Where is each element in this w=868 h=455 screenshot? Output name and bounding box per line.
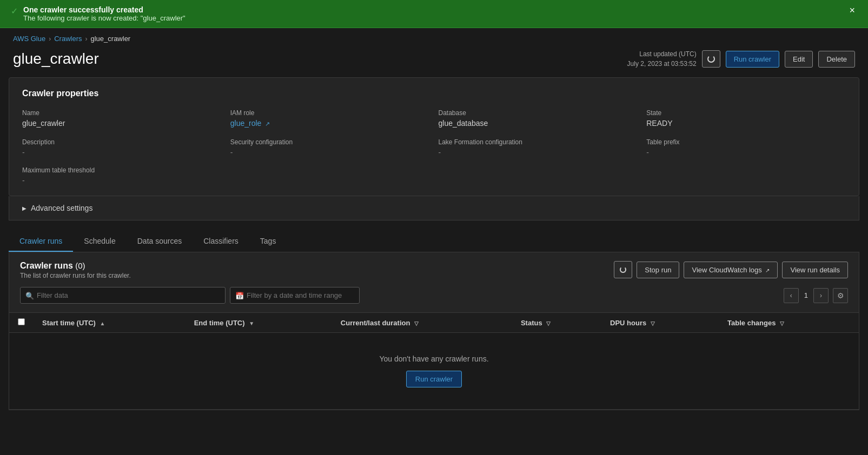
advanced-settings-section[interactable]: ▶ Advanced settings bbox=[9, 196, 859, 220]
tab-crawler-runs[interactable]: Crawler runs bbox=[9, 231, 73, 252]
runs-header: Crawler runs (0) The list of crawler run… bbox=[20, 261, 848, 279]
breadcrumb-sep-2: › bbox=[85, 35, 88, 43]
prop-name: Name glue_crawler bbox=[22, 109, 222, 128]
properties-grid: Name glue_crawler IAM role glue_role ↗ D… bbox=[22, 109, 846, 157]
prop-iam-role: IAM role glue_role ↗ bbox=[230, 109, 430, 128]
crawler-runs-table-container: Start time (UTC) ▲ End time (UTC) ▼ Curr… bbox=[9, 313, 859, 410]
run-crawler-button[interactable]: Run crawler bbox=[726, 51, 779, 68]
breadcrumb-current: glue_crawler bbox=[91, 35, 131, 43]
prop-lake-formation-label: Lake Formation configuration bbox=[439, 138, 638, 146]
runs-actions: Stop run View CloudWatch logs ↗ View run… bbox=[614, 261, 848, 278]
tab-tags[interactable]: Tags bbox=[249, 231, 287, 252]
th-status-label: Status bbox=[521, 319, 542, 327]
th-table-changes: Table changes ▽ bbox=[719, 313, 859, 333]
stop-run-button[interactable]: Stop run bbox=[637, 262, 679, 278]
collapse-icon: ▶ bbox=[22, 205, 26, 211]
prop-table-prefix-label: Table prefix bbox=[646, 138, 846, 146]
th-start-time: Start time (UTC) ▲ bbox=[34, 313, 185, 333]
view-cloudwatch-button[interactable]: View CloudWatch logs ↗ bbox=[684, 262, 778, 278]
prop-state: State READY bbox=[646, 109, 846, 128]
table-settings-button[interactable]: ⚙ bbox=[833, 288, 848, 303]
runs-refresh-icon bbox=[620, 266, 626, 273]
banner-title: One crawler successfully created bbox=[23, 5, 185, 14]
last-updated-label: Last updated (UTC) bbox=[627, 49, 697, 59]
tab-schedule[interactable]: Schedule bbox=[73, 231, 126, 252]
prop-database: Database glue_database bbox=[439, 109, 638, 128]
advanced-settings-label: Advanced settings bbox=[31, 204, 92, 212]
prop-max-threshold-value: - bbox=[22, 176, 846, 185]
breadcrumb-crawlers[interactable]: Crawlers bbox=[54, 35, 82, 43]
tab-classifiers[interactable]: Classifiers bbox=[193, 231, 249, 252]
view-cloudwatch-label: View CloudWatch logs bbox=[692, 266, 761, 274]
th-dpu-hours: DPU hours ▽ bbox=[601, 313, 719, 333]
th-table-changes-label: Table changes bbox=[727, 319, 776, 327]
th-end-time-label: End time (UTC) bbox=[194, 319, 245, 327]
prop-max-threshold-label: Maximum table threshold bbox=[22, 166, 846, 174]
sort-end-time-icon: ▼ bbox=[249, 320, 254, 326]
next-page-button[interactable]: › bbox=[813, 288, 829, 303]
date-filter: 📅 bbox=[230, 287, 360, 304]
date-filter-input[interactable] bbox=[230, 287, 360, 304]
sort-start-time-icon: ▲ bbox=[100, 320, 105, 326]
page-number: 1 bbox=[801, 291, 811, 299]
prop-iam-role-label: IAM role bbox=[230, 109, 430, 117]
th-dpu-hours-label: DPU hours bbox=[610, 319, 646, 327]
runs-header-left: Crawler runs (0) The list of crawler run… bbox=[20, 261, 131, 279]
prop-state-label: State bbox=[646, 109, 846, 117]
refresh-button[interactable] bbox=[702, 50, 720, 68]
prop-table-prefix: Table prefix - bbox=[646, 138, 846, 157]
crawler-runs-table: Start time (UTC) ▲ End time (UTC) ▼ Curr… bbox=[9, 313, 859, 410]
page-header: glue_crawler Last updated (UTC) July 2, … bbox=[0, 47, 868, 77]
runs-title: Crawler runs (0) bbox=[20, 261, 131, 271]
page-title: glue_crawler bbox=[13, 50, 99, 68]
th-duration: Current/last duration ▽ bbox=[332, 313, 512, 333]
success-banner: ✓ One crawler successfully created The f… bbox=[0, 0, 868, 28]
prop-iam-role-value: glue_role ↗ bbox=[230, 119, 430, 128]
refresh-icon bbox=[707, 55, 715, 63]
prop-name-label: Name bbox=[22, 109, 222, 117]
empty-run-crawler-button[interactable]: Run crawler bbox=[406, 371, 462, 387]
main-content: Crawler properties Name glue_crawler IAM… bbox=[0, 77, 868, 410]
tab-data-sources[interactable]: Data sources bbox=[127, 231, 193, 252]
prop-name-value: glue_crawler bbox=[22, 119, 222, 128]
runs-subtitle: The list of crawler runs for this crawle… bbox=[20, 272, 131, 279]
prop-state-value: READY bbox=[646, 119, 846, 128]
success-icon: ✓ bbox=[11, 6, 18, 16]
prop-description-label: Description bbox=[22, 138, 222, 146]
prop-security-config: Security configuration - bbox=[230, 138, 430, 157]
empty-state-text: You don't have any crawler runs. bbox=[31, 354, 837, 363]
sort-duration-icon: ▽ bbox=[414, 320, 419, 326]
pagination: ‹ 1 › bbox=[784, 288, 829, 303]
edit-button[interactable]: Edit bbox=[785, 51, 813, 68]
external-link-icon: ↗ bbox=[265, 121, 270, 127]
th-start-time-label: Start time (UTC) bbox=[42, 319, 96, 327]
prop-database-label: Database bbox=[439, 109, 638, 117]
prop-security-config-value: - bbox=[230, 148, 430, 157]
banner-subtitle: The following crawler is now created: "g… bbox=[23, 14, 185, 22]
prev-page-button[interactable]: ‹ bbox=[784, 288, 799, 303]
header-actions: Last updated (UTC) July 2, 2023 at 03:53… bbox=[627, 49, 855, 69]
breadcrumb-aws-glue[interactable]: AWS Glue bbox=[13, 35, 45, 43]
empty-state: You don't have any crawler runs. Run cra… bbox=[9, 333, 859, 410]
sort-table-changes-icon: ▽ bbox=[780, 320, 784, 326]
search-icon: 🔍 bbox=[25, 291, 34, 299]
th-duration-label: Current/last duration bbox=[341, 319, 410, 327]
prop-table-prefix-value: - bbox=[646, 148, 846, 157]
view-run-details-button[interactable]: View run details bbox=[782, 262, 848, 278]
runs-title-text: Crawler runs bbox=[20, 261, 73, 270]
prop-max-threshold: Maximum table threshold - bbox=[22, 166, 846, 185]
sort-dpu-hours-icon: ▽ bbox=[651, 320, 655, 326]
search-input[interactable] bbox=[20, 287, 226, 304]
th-status: Status ▽ bbox=[512, 313, 601, 333]
prop-description: Description - bbox=[22, 138, 222, 157]
runs-refresh-button[interactable] bbox=[614, 261, 632, 278]
delete-button[interactable]: Delete bbox=[818, 51, 855, 68]
iam-role-link[interactable]: glue_role bbox=[230, 119, 262, 128]
th-end-time: End time (UTC) ▼ bbox=[185, 313, 332, 333]
runs-count: (0) bbox=[75, 261, 85, 270]
banner-close-button[interactable]: × bbox=[847, 5, 857, 15]
last-updated: Last updated (UTC) July 2, 2023 at 03:53… bbox=[627, 49, 697, 69]
tabs-container: Crawler runs Schedule Data sources Class… bbox=[9, 231, 859, 252]
prop-database-value: glue_database bbox=[439, 119, 638, 128]
select-all-checkbox[interactable] bbox=[18, 318, 25, 325]
